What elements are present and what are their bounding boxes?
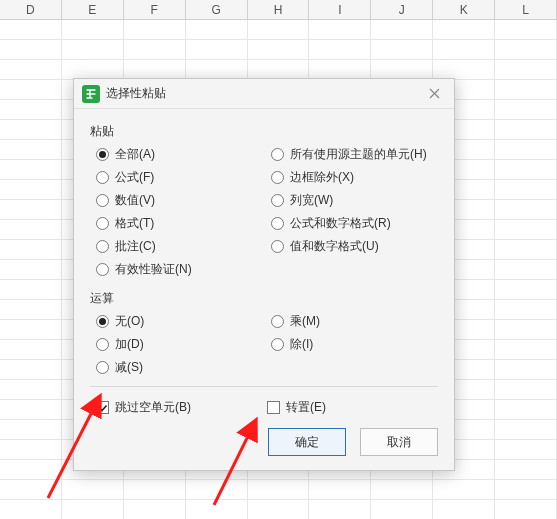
column-header[interactable]: F (124, 0, 186, 19)
cell[interactable] (62, 40, 124, 60)
cell[interactable] (495, 20, 557, 40)
cell[interactable] (0, 480, 62, 500)
cell[interactable] (124, 500, 186, 519)
cell[interactable] (433, 40, 495, 60)
cell[interactable] (0, 320, 62, 340)
radio-all[interactable]: 全部(A) (96, 146, 263, 163)
cell[interactable] (371, 60, 433, 80)
cell[interactable] (186, 500, 248, 519)
cell[interactable] (186, 40, 248, 60)
cell[interactable] (371, 500, 433, 519)
cell[interactable] (0, 440, 62, 460)
cell[interactable] (309, 480, 371, 500)
cell[interactable] (433, 500, 495, 519)
close-button[interactable] (422, 82, 446, 106)
cell[interactable] (495, 400, 557, 420)
cell[interactable] (124, 60, 186, 80)
cell[interactable] (248, 20, 310, 40)
column-header[interactable]: K (433, 0, 495, 19)
column-header[interactable]: E (62, 0, 124, 19)
cell[interactable] (495, 500, 557, 519)
cell[interactable] (495, 300, 557, 320)
cell[interactable] (186, 20, 248, 40)
cell[interactable] (495, 380, 557, 400)
cell[interactable] (248, 40, 310, 60)
cell[interactable] (0, 280, 62, 300)
cell[interactable] (371, 20, 433, 40)
cell[interactable] (62, 60, 124, 80)
cell[interactable] (62, 480, 124, 500)
cell[interactable] (0, 160, 62, 180)
cell[interactable] (0, 20, 62, 40)
cell[interactable] (186, 60, 248, 80)
cell[interactable] (0, 260, 62, 280)
cell[interactable] (0, 300, 62, 320)
cell[interactable] (62, 20, 124, 40)
cell[interactable] (62, 500, 124, 519)
radio-validation[interactable]: 有效性验证(N) (96, 261, 263, 278)
cell[interactable] (433, 480, 495, 500)
cell[interactable] (309, 500, 371, 519)
cell[interactable] (495, 240, 557, 260)
cell[interactable] (124, 480, 186, 500)
cell[interactable] (495, 280, 557, 300)
cell[interactable] (248, 60, 310, 80)
cell[interactable] (0, 400, 62, 420)
cell[interactable] (495, 140, 557, 160)
cell[interactable] (0, 340, 62, 360)
radio-formats[interactable]: 格式(T) (96, 215, 263, 232)
cell[interactable] (433, 20, 495, 40)
cell[interactable] (0, 200, 62, 220)
radio-noborder[interactable]: 边框除外(X) (271, 169, 438, 186)
dialog-titlebar[interactable]: 选择性粘贴 (74, 79, 454, 109)
cell[interactable] (0, 360, 62, 380)
radio-op-mul[interactable]: 乘(M) (271, 313, 438, 330)
column-header[interactable]: H (248, 0, 310, 19)
radio-op-add[interactable]: 加(D) (96, 336, 263, 353)
cell[interactable] (495, 200, 557, 220)
cell[interactable] (248, 500, 310, 519)
cell[interactable] (0, 80, 62, 100)
cell[interactable] (0, 460, 62, 480)
cell[interactable] (495, 460, 557, 480)
cell[interactable] (0, 500, 62, 519)
column-header[interactable]: J (371, 0, 433, 19)
cell[interactable] (495, 120, 557, 140)
cell[interactable] (309, 40, 371, 60)
column-header[interactable]: G (186, 0, 248, 19)
column-header[interactable]: I (309, 0, 371, 19)
column-header[interactable]: D (0, 0, 62, 19)
radio-op-div[interactable]: 除(I) (271, 336, 438, 353)
cell[interactable] (309, 60, 371, 80)
cell[interactable] (0, 100, 62, 120)
cell[interactable] (495, 340, 557, 360)
cell[interactable] (371, 480, 433, 500)
radio-op-none[interactable]: 无(O) (96, 313, 263, 330)
cell[interactable] (186, 480, 248, 500)
cell[interactable] (495, 180, 557, 200)
cell[interactable] (433, 60, 495, 80)
radio-comments[interactable]: 批注(C) (96, 238, 263, 255)
cell[interactable] (495, 80, 557, 100)
radio-colwidth[interactable]: 列宽(W) (271, 192, 438, 209)
cell[interactable] (0, 140, 62, 160)
cell[interactable] (495, 160, 557, 180)
cell[interactable] (0, 420, 62, 440)
cell[interactable] (309, 20, 371, 40)
cell[interactable] (495, 220, 557, 240)
radio-op-sub[interactable]: 减(S) (96, 359, 263, 376)
radio-numfmt[interactable]: 公式和数字格式(R) (271, 215, 438, 232)
checkbox-skip-blanks[interactable]: 跳过空单元(B) (96, 399, 267, 416)
cell[interactable] (0, 380, 62, 400)
cell[interactable] (0, 40, 62, 60)
cell[interactable] (124, 20, 186, 40)
cancel-button[interactable]: 取消 (360, 428, 438, 456)
checkbox-transpose[interactable]: 转置(E) (267, 399, 438, 416)
cell[interactable] (124, 40, 186, 60)
cell[interactable] (495, 100, 557, 120)
cell[interactable] (0, 120, 62, 140)
radio-formulas[interactable]: 公式(F) (96, 169, 263, 186)
cell[interactable] (495, 320, 557, 340)
cell[interactable] (0, 180, 62, 200)
cell[interactable] (495, 40, 557, 60)
